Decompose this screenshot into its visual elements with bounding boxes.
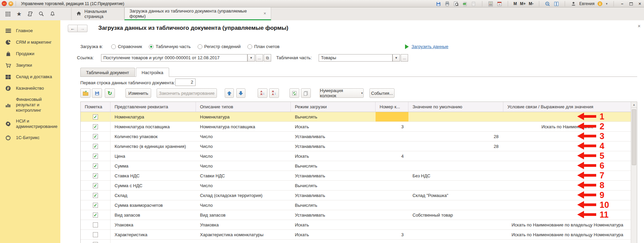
cell-c4[interactable]: Устанавливать (291, 132, 376, 141)
vertical-scrollbar[interactable]: ▲ (631, 102, 637, 243)
cell-c2[interactable]: Склад (110, 191, 196, 200)
cell-c7[interactable] (503, 141, 631, 151)
move-down-button[interactable] (236, 88, 245, 98)
sidebar-item-3[interactable]: Продажи (0, 48, 60, 60)
radio-dot-icon[interactable] (198, 44, 202, 49)
cell-c5[interactable]: 3 (376, 122, 408, 132)
cell-c2[interactable]: Вид запасов (110, 210, 196, 220)
current-user-name[interactable]: Евгения (579, 1, 595, 6)
cell-c6[interactable] (408, 112, 503, 122)
favorites-star-icon[interactable]: ★ (16, 10, 22, 17)
cell-c6[interactable]: 28 (408, 132, 503, 141)
cell-c2[interactable]: Номенклатура поставщика (110, 122, 196, 132)
ref-dropdown-icon[interactable]: ▼ (247, 54, 255, 62)
edit-button[interactable]: Изменить (125, 88, 151, 98)
cell-c6[interactable]: Собственный товар (408, 210, 503, 220)
notifications-bell-icon[interactable] (49, 10, 56, 17)
row-checkbox[interactable] (93, 242, 98, 243)
sidebar-item-7[interactable]: Финансовый результат и контроллинг (0, 94, 60, 116)
m-button[interactable]: M (514, 1, 517, 6)
tab-settings[interactable]: Настройка (136, 68, 169, 77)
scroll-up-icon[interactable]: ▲ (631, 102, 637, 108)
sidebar-item-6[interactable]: ₽Казначейство (0, 83, 60, 94)
apps-grid-icon[interactable] (4, 10, 11, 17)
sort-ascending-button[interactable]: АЯ↓ (258, 88, 267, 98)
minimize-button[interactable]: – (619, 1, 625, 7)
column-header-2[interactable]: Представление реквизита (110, 102, 196, 112)
column-header-3[interactable]: Описание типов (196, 102, 291, 112)
cell-c2[interactable]: Характеристика (110, 230, 196, 240)
search-icon[interactable] (38, 10, 45, 17)
main-menu-button[interactable]: ▼ (8, 1, 13, 6)
table-row-7[interactable]: ✓Ставка НДССтавки НДСУстанавливатьБез НД… (81, 171, 631, 181)
cell-c4[interactable]: Искать (291, 151, 376, 161)
table-row-6[interactable]: ✓СуммаЧислоВычислять (81, 161, 631, 171)
cell-c5[interactable] (376, 191, 408, 200)
cell-c4[interactable]: Вычислять (291, 240, 376, 243)
open-settings-button[interactable] (80, 88, 90, 98)
cell-c2[interactable]: Сумма взаиморасчетов (110, 200, 196, 210)
row-checkbox[interactable]: ✓ (93, 134, 98, 139)
cell-c5[interactable] (376, 141, 408, 151)
sidebar-item-8[interactable]: НСИ и администрирование (0, 116, 60, 132)
cell-c6[interactable] (408, 161, 503, 171)
cell-c6[interactable] (408, 151, 503, 161)
table-row-3[interactable]: ✓Количество упаковокЧислоУстанавливать28 (81, 132, 631, 141)
cell-c7[interactable] (503, 161, 631, 171)
split-columns-icon[interactable] (554, 1, 559, 7)
cell-c5[interactable] (376, 181, 408, 191)
cell-c2[interactable]: Сумма (110, 161, 196, 171)
sidebar-item-2[interactable]: CRM и маркетинг (0, 37, 60, 48)
cell-c4[interactable]: Вычислять (291, 161, 376, 171)
column-header-7[interactable]: Условие связи / Выражение для значения (503, 102, 631, 112)
move-up-button[interactable] (225, 88, 234, 98)
print-icon[interactable] (444, 1, 450, 7)
cell-c7[interactable] (503, 171, 631, 181)
column-header-5[interactable]: Номер к... (376, 102, 408, 112)
cell-c5[interactable] (376, 132, 408, 141)
sort-descending-button[interactable]: ЯА↓ (269, 88, 279, 98)
row-checkbox[interactable]: ✓ (93, 124, 98, 129)
row-checkbox[interactable]: ✓ (93, 173, 98, 178)
row-checkbox[interactable]: ✓ (93, 183, 98, 188)
cell-c7[interactable]: Искать по Наименование по владельцу Номе… (503, 220, 631, 230)
m-plus-button[interactable]: M+ (520, 1, 526, 6)
cell-c7[interactable] (503, 240, 631, 243)
cell-c7[interactable]: Искать по Наименование по владельцу Номе… (503, 230, 631, 240)
load-data-link-text[interactable]: Загрузить данные (411, 44, 448, 49)
forward-button[interactable]: → (78, 25, 87, 32)
close-window-button[interactable]: × (637, 1, 643, 7)
radio-dot-icon[interactable] (111, 44, 116, 49)
table-row-5[interactable]: ✓ЦенаЧислоИскать4 (81, 151, 631, 161)
finish-editing-button[interactable]: Закончить редактирование (157, 88, 217, 98)
column-header-1[interactable]: Пометка (81, 102, 110, 112)
sidebar-item-9[interactable]: 1С-Битрикс (0, 132, 60, 143)
table-row-9[interactable]: ✓СкладСклад (складская территория)Устана… (81, 191, 631, 200)
refresh-button[interactable]: ↻ (105, 88, 115, 98)
cell-c7[interactable] (503, 151, 631, 161)
cell-c7[interactable] (503, 181, 631, 191)
zoom-icon[interactable] (545, 1, 550, 7)
form-close-icon[interactable]: × (638, 23, 641, 29)
cell-c3[interactable]: Номенклатура поставщика (196, 122, 291, 132)
cell-c3[interactable]: Число (196, 240, 291, 243)
cell-c2[interactable]: Номенклатура (110, 112, 196, 122)
cell-c6[interactable]: Склад "Ромашка" (408, 191, 503, 200)
table-row-11[interactable]: ✓Вид запасовВид запасовУстанавливатьСобс… (81, 210, 631, 220)
column-header-6[interactable]: Значение по умолчанию (408, 102, 503, 112)
info-button[interactable]: i (598, 1, 602, 6)
table-row-4[interactable]: ✓Количество (в единицах хранения)ЧислоУс… (81, 141, 631, 151)
radio-3[interactable]: Регистр сведений (198, 44, 241, 49)
ref-choose-button[interactable]: ... (256, 54, 263, 62)
cell-c4[interactable]: Устанавливать (291, 171, 376, 181)
cell-c2[interactable]: Цена (110, 151, 196, 161)
info-caret-icon[interactable]: ▼ (605, 2, 608, 5)
row-checkbox[interactable]: ✓ (93, 203, 98, 208)
sidebar-item-1[interactable]: Главное (0, 25, 60, 37)
sidebar-item-4[interactable]: Закупки (0, 60, 60, 71)
table-row-8[interactable]: ✓Сумма с НДСЧислоВычислять (81, 181, 631, 191)
cell-c5[interactable]: 3 (376, 230, 408, 240)
cell-c4[interactable]: Вычислять (291, 181, 376, 191)
table-row-10[interactable]: ✓Сумма взаиморасчетовЧислоВычислять (81, 200, 631, 210)
cell-c5[interactable] (376, 171, 408, 181)
